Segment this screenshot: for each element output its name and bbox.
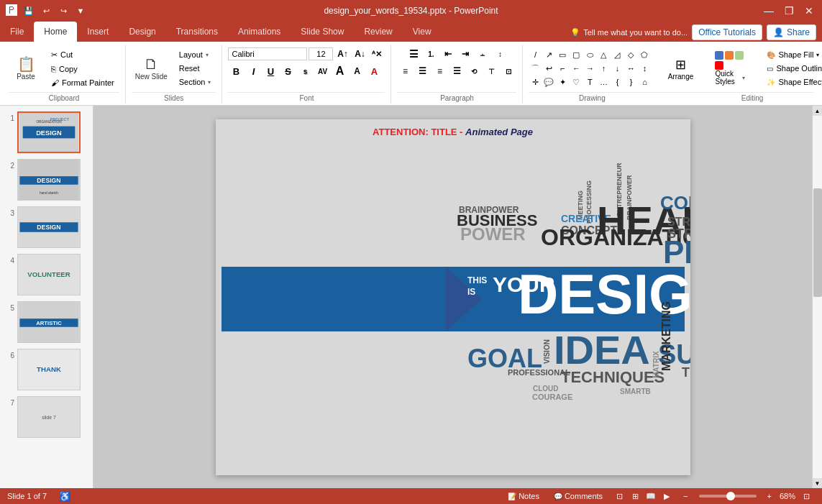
slide-sorter-btn[interactable]: ⊞ (628, 490, 642, 503)
arrange-btn[interactable]: ⊞ Arrange (662, 53, 698, 84)
shape-right-arrow[interactable]: → (583, 62, 596, 75)
shape-more[interactable]: … (597, 75, 610, 88)
clear-format-btn[interactable]: ᴬ✕ (369, 46, 385, 62)
slide-thumb-7[interactable]: 7 slide 7 (0, 393, 93, 441)
tab-insert[interactable]: Insert (77, 22, 119, 42)
shape-textbox[interactable]: T (583, 75, 596, 88)
shape-down-arrow[interactable]: ↓ (611, 62, 624, 75)
quick-styles-btn[interactable]: Quick Styles ▾ (710, 47, 750, 89)
shape-arrow[interactable]: ↗ (542, 48, 555, 61)
font-color-btn[interactable]: A (366, 63, 382, 79)
shape-effects-btn[interactable]: ✨ Shape Effects (762, 75, 822, 88)
columns-btn[interactable]: ⫠ (475, 46, 490, 62)
justify-btn[interactable]: ☰ (449, 63, 465, 79)
shape-curve[interactable]: ⌒ (529, 62, 542, 75)
increase-font-btn[interactable]: A↑ (334, 46, 350, 62)
shape-callout[interactable]: 💬 (542, 75, 555, 88)
tab-home[interactable]: Home (34, 22, 77, 42)
font-size-input[interactable] (309, 47, 333, 60)
zoom-thumb[interactable] (726, 492, 735, 500)
shape-penta[interactable]: ⬠ (638, 48, 651, 61)
numbering-btn[interactable]: 1. (423, 46, 439, 62)
zoom-in-btn[interactable]: + (762, 490, 777, 502)
section-btn[interactable]: Section▾ (174, 75, 216, 88)
accessibility-btn[interactable]: ♿ (54, 490, 76, 503)
indent-dec-btn[interactable]: ⇤ (440, 46, 456, 62)
shape-heart[interactable]: ♡ (570, 75, 583, 88)
layout-btn[interactable]: Layout▾ (174, 48, 216, 61)
bullets-btn[interactable]: ☰ (406, 46, 421, 62)
qa-redo-btn[interactable]: ↪ (56, 4, 70, 18)
tab-design[interactable]: Design (119, 22, 165, 42)
shape-triangle[interactable]: △ (597, 48, 610, 61)
underline-btn[interactable]: U (262, 63, 278, 79)
paste-btn[interactable]: 📋 Paste (9, 55, 43, 83)
shape-left-arrow[interactable]: ← (570, 62, 583, 75)
scroll-up-btn[interactable]: ▲ (813, 106, 823, 116)
cut-btn[interactable]: ✂Cut (46, 48, 119, 62)
notes-btn[interactable]: 📝 Notes (503, 490, 544, 502)
zoom-out-btn[interactable]: − (678, 490, 693, 502)
slide-canvas[interactable]: MEETING PROCESSING ENTREPRENEUR BRAINPOW… (93, 106, 812, 488)
shape-leftright-arrow[interactable]: ↔ (624, 62, 637, 75)
scroll-thumb[interactable] (813, 188, 822, 297)
tab-slideshow[interactable]: Slide Show (291, 22, 354, 42)
v-scrollbar[interactable]: ▲ ▼ (812, 106, 822, 488)
decrease-font-btn[interactable]: A↓ (352, 46, 367, 62)
new-slide-btn[interactable]: 🗋 New Slide (132, 55, 171, 83)
shape-star[interactable]: ✦ (556, 75, 569, 88)
scroll-track[interactable] (813, 116, 823, 478)
shape-fill-btn[interactable]: 🎨 Shape Fill ▾ (762, 48, 822, 61)
shadow-btn[interactable]: s (297, 63, 313, 79)
maximize-btn[interactable]: ❐ (782, 4, 796, 18)
align-left-btn[interactable]: ≡ (397, 63, 413, 79)
shape-brace[interactable]: } (624, 75, 637, 88)
shape-rounded-rect[interactable]: ▢ (570, 48, 583, 61)
copy-btn[interactable]: ⎘Copy (46, 63, 119, 75)
shape-up-arrow[interactable]: ↑ (597, 62, 610, 75)
scroll-down-btn[interactable]: ▼ (813, 478, 823, 488)
fit-slide-btn[interactable]: ⊡ (798, 490, 815, 503)
shape-diamond[interactable]: ◇ (624, 48, 637, 61)
tab-review[interactable]: Review (354, 22, 402, 42)
smartart-btn[interactable]: ⊡ (501, 63, 516, 79)
slide-thumb-6[interactable]: 6 THANK (0, 346, 93, 393)
line-spacing-btn[interactable]: ↕ (492, 46, 508, 62)
shape-oval[interactable]: ⬭ (583, 48, 596, 61)
zoom-slider[interactable] (699, 495, 757, 498)
help-search[interactable]: 💡 Tell me what you want to do... (570, 28, 688, 37)
shape-outline-btn[interactable]: ▭ Shape Outline (762, 62, 822, 75)
shape-rtriangle[interactable]: ◿ (611, 48, 624, 61)
minimize-btn[interactable]: — (762, 4, 776, 18)
tab-file[interactable]: File (0, 22, 34, 42)
char-spacing-btn[interactable]: AV (314, 63, 330, 79)
font-name-input[interactable] (228, 47, 307, 60)
shape-misc1[interactable]: ⌂ (638, 75, 651, 88)
reading-view-btn[interactable]: 📖 (644, 490, 658, 503)
shape-line[interactable]: / (529, 48, 542, 61)
tab-animations[interactable]: Animations (228, 22, 291, 42)
align-center-btn[interactable]: ☰ (414, 63, 430, 79)
text-direction-btn[interactable]: ⟲ (466, 63, 482, 79)
reset-btn[interactable]: Reset (174, 62, 216, 75)
slideshow-btn[interactable]: ▶ (659, 490, 674, 503)
bold-btn[interactable]: B (228, 63, 244, 79)
slide-thumb-3[interactable]: 3 DESIGN (0, 203, 93, 251)
qa-undo-btn[interactable]: ↩ (39, 4, 53, 18)
font-size-grow-btn[interactable]: A (332, 63, 347, 79)
slide-thumb-2[interactable]: 2 DESIGN hand sketch (0, 156, 93, 203)
shape-rect[interactable]: ▭ (556, 48, 569, 61)
slide-thumb-4[interactable]: 4 VOLUNTEER (0, 251, 93, 298)
shape-freeform[interactable]: { (611, 75, 624, 88)
slide-panel[interactable]: 1 DESIGN ORGANIZATION PROJECT 2 DESIGN (0, 106, 93, 488)
qa-save-btn[interactable]: 💾 (22, 4, 36, 18)
shape-updown-arrow[interactable]: ↕ (638, 62, 651, 75)
font-size-shrink-btn[interactable]: A (349, 63, 365, 79)
close-btn[interactable]: ✕ (802, 4, 816, 18)
format-painter-btn[interactable]: 🖌Format Painter (46, 76, 119, 89)
align-text-btn[interactable]: ⊤ (483, 63, 499, 79)
qa-customize-btn[interactable]: ▼ (73, 4, 88, 18)
comments-btn[interactable]: 💬 Comments (549, 490, 608, 502)
tab-view[interactable]: View (403, 22, 442, 42)
share-btn[interactable]: 👤 Share (767, 24, 816, 40)
